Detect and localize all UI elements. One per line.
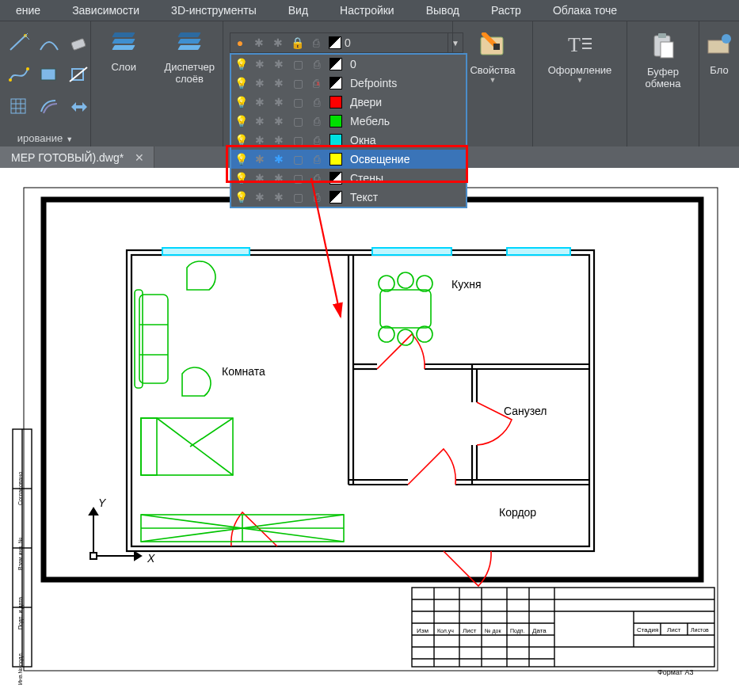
lock-icon[interactable]: ▢: [288, 131, 307, 150]
color-swatch[interactable]: [326, 55, 345, 74]
menu-item[interactable]: Растр: [475, 4, 537, 17]
bulb-icon[interactable]: 💡: [231, 169, 250, 188]
layer-combo-current[interactable]: ● ✱ ✱ 🔒 ⎙ 0: [230, 32, 448, 53]
layers-button[interactable]: Слои: [91, 21, 157, 146]
vp-freeze-icon[interactable]: ✱: [269, 169, 288, 188]
vp-freeze-icon[interactable]: ✱: [269, 93, 288, 112]
freeze-icon[interactable]: ✱: [250, 112, 269, 131]
lock-icon[interactable]: ▢: [288, 112, 307, 131]
layer-name: 0: [345, 58, 356, 70]
properties-button-label: Свойства: [470, 64, 515, 76]
eraser-tool-icon[interactable]: [65, 29, 93, 58]
menu-item[interactable]: Вид: [272, 4, 324, 17]
hatch-tool-icon[interactable]: [5, 93, 33, 121]
color-swatch[interactable]: [326, 150, 345, 169]
ribbon-group-draw-label: ирование▼: [0, 132, 90, 144]
lock-icon[interactable]: ▢: [288, 188, 307, 207]
block-button-label: Бло: [710, 64, 728, 76]
menu-item[interactable]: Вывод: [410, 4, 475, 17]
svg-point-6: [26, 67, 29, 70]
color-swatch[interactable]: [326, 93, 345, 112]
layer-name: Двери: [345, 96, 382, 108]
layer-row[interactable]: 💡✱✱▢⎙Двери: [231, 93, 466, 112]
layer-row[interactable]: 💡✱✱▢⎙Стены: [231, 169, 466, 188]
svg-text:Подп.: Подп.: [510, 628, 525, 634]
svg-text:Кордор: Кордор: [499, 506, 536, 519]
spline-tool-icon[interactable]: [5, 61, 33, 89]
freeze-icon[interactable]: ✱: [250, 131, 269, 150]
layer-dropdown[interactable]: 💡✱✱▢⎙0💡✱✱▢⎙ｘDefpoints💡✱✱▢⎙Двери💡✱✱▢⎙Мебе…: [230, 53, 467, 208]
color-swatch[interactable]: [326, 74, 345, 93]
freeze-icon: ✱: [250, 33, 269, 52]
stretch-tool-icon[interactable]: [65, 93, 93, 121]
bulb-icon[interactable]: 💡: [231, 150, 250, 169]
svg-rect-91: [507, 248, 570, 255]
bulb-icon[interactable]: 💡: [231, 131, 250, 150]
bulb-icon[interactable]: 💡: [231, 93, 250, 112]
lock-icon: 🔒: [288, 33, 307, 52]
plot-icon[interactable]: ⎙: [307, 131, 326, 150]
vp-freeze-icon[interactable]: ✱: [269, 131, 288, 150]
layer-row[interactable]: 💡✱✱▢⎙Освещение: [231, 150, 466, 169]
freeze-icon[interactable]: ✱: [250, 169, 269, 188]
block-button[interactable]: Бло: [699, 21, 739, 76]
lock-icon[interactable]: ▢: [288, 150, 307, 169]
color-swatch[interactable]: [326, 188, 345, 207]
menu-item[interactable]: ение: [0, 4, 56, 17]
svg-rect-26: [661, 42, 673, 58]
layer-combo-arrow[interactable]: ▼: [448, 32, 463, 53]
lock-icon[interactable]: ▢: [288, 55, 307, 74]
menu-item[interactable]: Зависимости: [56, 4, 155, 17]
close-icon[interactable]: ✕: [135, 151, 144, 164]
layer-row[interactable]: 💡✱✱▢⎙ｘDefpoints: [231, 74, 466, 93]
plot-icon[interactable]: ⎙: [307, 112, 326, 131]
lock-icon[interactable]: ▢: [288, 169, 307, 188]
vp-freeze-icon[interactable]: ✱: [269, 55, 288, 74]
vp-freeze-icon[interactable]: ✱: [269, 150, 288, 169]
offset-tool-icon[interactable]: [35, 93, 63, 121]
document-tab-title: МЕР ГОТОВЫЙ).dwg*: [11, 151, 124, 164]
bulb-icon[interactable]: 💡: [231, 188, 250, 207]
layer-row[interactable]: 💡✱✱▢⎙0: [231, 55, 466, 74]
lock-icon[interactable]: ▢: [288, 74, 307, 93]
color-swatch[interactable]: [326, 112, 345, 131]
vp-freeze-icon[interactable]: ✱: [269, 112, 288, 131]
vp-freeze-icon[interactable]: ✱: [269, 74, 288, 93]
menu-item[interactable]: Настройки: [324, 4, 410, 17]
vp-freeze-icon[interactable]: ✱: [269, 188, 288, 207]
color-swatch[interactable]: [326, 169, 345, 188]
clipboard-button[interactable]: Буфер обмена: [627, 21, 699, 89]
layer-row[interactable]: 💡✱✱▢⎙Текст: [231, 188, 466, 207]
color-swatch[interactable]: [326, 131, 345, 150]
menu-item[interactable]: 3D-инструменты: [155, 4, 272, 17]
plot-icon[interactable]: ⎙: [307, 188, 326, 207]
plot-icon[interactable]: ⎙: [307, 93, 326, 112]
bulb-icon[interactable]: 💡: [231, 55, 250, 74]
document-tab[interactable]: МЕР ГОТОВЫЙ).dwg* ✕: [0, 146, 154, 169]
freeze-icon[interactable]: ✱: [250, 55, 269, 74]
line-tool-icon[interactable]: [5, 29, 33, 58]
menu-item[interactable]: Облака точе: [537, 4, 633, 17]
plot-icon[interactable]: ⎙: [307, 55, 326, 74]
plot-icon[interactable]: ⎙: [307, 169, 326, 188]
arc-tool-icon[interactable]: [35, 29, 63, 58]
layer-row[interactable]: 💡✱✱▢⎙Окна: [231, 131, 466, 150]
bulb-icon[interactable]: 💡: [231, 74, 250, 93]
svg-text:Санузел: Санузел: [504, 405, 547, 417]
freeze-icon[interactable]: ✱: [250, 93, 269, 112]
drawing-canvas[interactable]: + Сверху 2D-каркас --- нет связанных вид…: [0, 168, 739, 700]
format-button[interactable]: T Оформление ▼: [533, 21, 627, 84]
freeze-icon[interactable]: ✱: [250, 188, 269, 207]
svg-text:Инв.№ подл.: Инв.№ подл.: [17, 652, 24, 685]
lock-icon[interactable]: ▢: [288, 93, 307, 112]
plot-icon[interactable]: ⎙: [307, 150, 326, 169]
layer-row[interactable]: 💡✱✱▢⎙Мебель: [231, 112, 466, 131]
freeze-icon[interactable]: ✱: [250, 150, 269, 169]
freeze-icon[interactable]: ✱: [250, 74, 269, 93]
clip-tool-icon[interactable]: [65, 61, 93, 89]
svg-rect-4: [71, 39, 86, 51]
bulb-icon[interactable]: 💡: [231, 112, 250, 131]
layer-manager-button[interactable]: Диспетчер слоёв: [157, 21, 223, 146]
region-tool-icon[interactable]: [35, 61, 63, 89]
plot-icon[interactable]: ⎙ｘ: [307, 74, 326, 93]
